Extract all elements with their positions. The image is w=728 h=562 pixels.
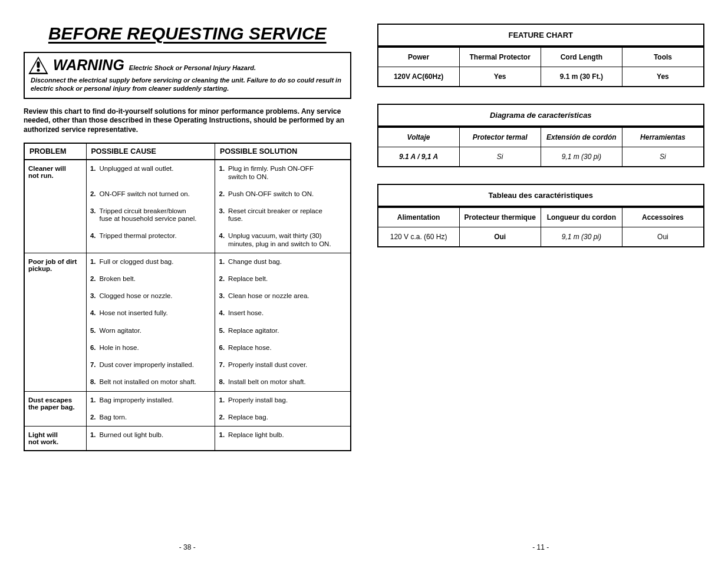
col-problem: PROBLEM: [24, 143, 86, 160]
v: Si: [460, 147, 541, 166]
left-page: BEFORE REQUESTING SERVICE WARNING Electr…: [11, 24, 364, 551]
solution-cell: 2.Push ON-OFF switch to ON.: [215, 186, 351, 203]
cause-cell: 2.ON-OFF switch not turned on.: [86, 186, 215, 203]
solution-cell: 2.Replace bag.: [215, 409, 351, 427]
page-number-left: - 38 -: [11, 543, 364, 551]
h: Tools: [622, 48, 703, 67]
problem-cell: Poor job of dirtpickup.: [24, 253, 86, 391]
feature-title: Diagrama de características: [378, 105, 704, 127]
cause-cell: 3.Tripped circuit breaker/blownfuse at h…: [86, 203, 215, 227]
cause-cell: 2.Bag torn.: [86, 409, 215, 427]
svg-point-3: [37, 69, 40, 72]
solution-cell: 1.Plug in firmly. Push ON-OFFswitch to O…: [215, 160, 351, 185]
cause-cell: 7.Dust cover improperly installed.: [86, 356, 215, 373]
v: 9.1 A / 9,1 A: [378, 147, 460, 166]
solution-cell: 7.Properly install dust cover.: [215, 356, 351, 373]
h: Voltaje: [378, 128, 460, 147]
page-title: BEFORE REQUESTING SERVICE: [24, 24, 351, 44]
v: 9,1 m (30 pi): [541, 227, 622, 246]
v: 9,1 m (30 pi): [541, 147, 622, 166]
solution-cell: 2.Replace belt.: [215, 270, 351, 287]
feature-chart-en: FEATURE CHART Power Thermal Protector Co…: [377, 24, 705, 87]
cause-cell: 1.Full or clogged dust bag.: [86, 253, 215, 270]
cause-cell: 8.Belt not installed on motor shaft.: [86, 373, 215, 391]
solution-cell: 8.Install belt on motor shaft.: [215, 373, 351, 391]
h: Cord Length: [541, 48, 622, 67]
v: Oui: [460, 227, 541, 246]
solution-cell: 1.Replace light bulb.: [215, 427, 351, 451]
cause-cell: 4.Tripped thermal protector.: [86, 227, 215, 253]
v: Oui: [622, 227, 703, 246]
v: 120 V c.a. (60 Hz): [378, 227, 460, 246]
v: Si: [622, 147, 703, 166]
h: Power: [378, 48, 460, 67]
troubleshooting-table: PROBLEM POSSIBLE CAUSE POSSIBLE SOLUTION…: [24, 143, 351, 451]
solution-cell: 5.Replace agitator.: [215, 322, 351, 339]
feature-title: FEATURE CHART: [378, 25, 704, 47]
solution-cell: 4.Unplug vacuum, wait thirty (30)minutes…: [215, 227, 351, 253]
h: Alimentation: [378, 208, 460, 227]
col-solution: POSSIBLE SOLUTION: [215, 143, 351, 160]
cause-cell: 1.Bag improperly installed.: [86, 391, 215, 409]
cause-cell: 1.Burned out light bulb.: [86, 427, 215, 451]
solution-cell: 3.Clean hose or nozzle area.: [215, 287, 351, 305]
h: Protecteur thermique: [460, 208, 541, 227]
h: Accessoires: [622, 208, 703, 227]
svg-rect-2: [37, 61, 40, 68]
warning-hazard: Electric Shock or Personal Injury Hazard…: [129, 64, 256, 71]
cause-cell: 1.Unplugged at wall outlet.: [86, 160, 215, 185]
solution-cell: 4.Insert hose.: [215, 305, 351, 322]
h: Protector termal: [460, 128, 541, 147]
problem-cell: Cleaner willnot run.: [24, 160, 86, 253]
feature-chart-es: Diagrama de características Voltaje Prot…: [377, 104, 705, 167]
h: Extensión de cordón: [541, 128, 622, 147]
solution-cell: 1.Change dust bag.: [215, 253, 351, 270]
intro-text: Review this chart to find do-it-yourself…: [24, 107, 351, 135]
cause-cell: 4.Hose not inserted fully.: [86, 305, 215, 322]
feature-chart-fr: Tableau des caractéristiques Alimentatio…: [377, 184, 705, 247]
cause-cell: 3.Clogged hose or nozzle.: [86, 287, 215, 305]
solution-cell: 1.Properly install bag.: [215, 391, 351, 409]
solution-cell: 6.Replace hose.: [215, 339, 351, 356]
v: Yes: [622, 67, 703, 86]
v: 120V AC(60Hz): [378, 67, 460, 86]
feature-title: Tableau des caractéristiques: [378, 185, 704, 207]
problem-cell: Dust escapesthe paper bag.: [24, 391, 86, 426]
cause-cell: 5.Worn agitator.: [86, 322, 215, 339]
h: Thermal Protector: [460, 48, 541, 67]
right-page: FEATURE CHART Power Thermal Protector Co…: [364, 24, 718, 551]
col-cause: POSSIBLE CAUSE: [86, 143, 215, 160]
v: 9.1 m (30 Ft.): [541, 67, 622, 86]
v: Yes: [460, 67, 541, 86]
cause-cell: 6.Hole in hose.: [86, 339, 215, 356]
problem-cell: Light willnot work.: [24, 427, 86, 451]
warning-box: WARNING Electric Shock or Personal Injur…: [24, 52, 351, 99]
h: Longueur du cordon: [541, 208, 622, 227]
solution-cell: 3.Reset circuit breaker or replacefuse.: [215, 203, 351, 227]
warning-icon: [28, 57, 48, 74]
warning-word: WARNING: [53, 57, 124, 74]
h: Herramientas: [622, 128, 703, 147]
page-number-right: - 11 -: [364, 543, 718, 551]
cause-cell: 2.Broken belt.: [86, 270, 215, 287]
warning-body: Disconnect the electrical supply before …: [28, 77, 344, 93]
